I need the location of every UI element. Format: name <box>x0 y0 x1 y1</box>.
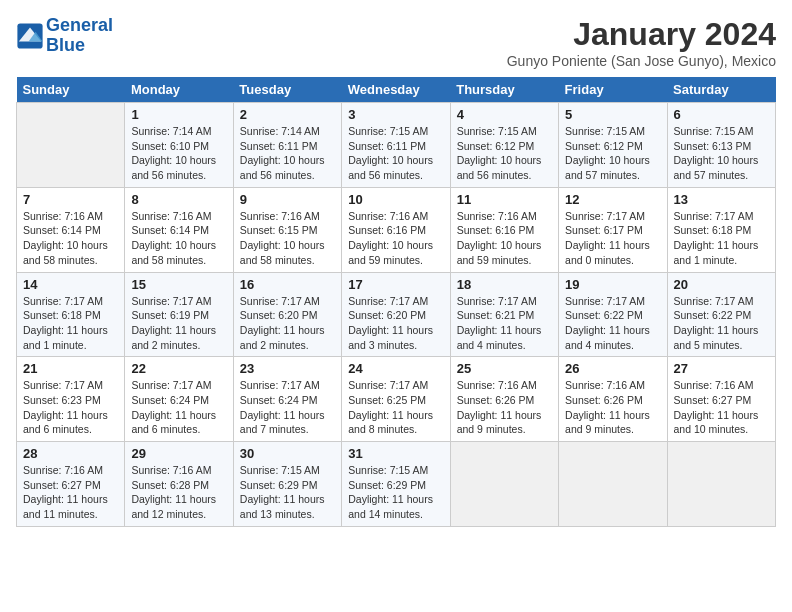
calendar-cell: 25Sunrise: 7:16 AM Sunset: 6:26 PM Dayli… <box>450 357 558 442</box>
day-number: 20 <box>674 277 769 292</box>
day-number: 14 <box>23 277 118 292</box>
calendar-cell: 12Sunrise: 7:17 AM Sunset: 6:17 PM Dayli… <box>559 187 667 272</box>
day-number: 10 <box>348 192 443 207</box>
day-info: Sunrise: 7:16 AM Sunset: 6:26 PM Dayligh… <box>457 378 552 437</box>
day-info: Sunrise: 7:16 AM Sunset: 6:16 PM Dayligh… <box>348 209 443 268</box>
calendar-cell: 1Sunrise: 7:14 AM Sunset: 6:10 PM Daylig… <box>125 103 233 188</box>
calendar-cell: 23Sunrise: 7:17 AM Sunset: 6:24 PM Dayli… <box>233 357 341 442</box>
day-info: Sunrise: 7:16 AM Sunset: 6:28 PM Dayligh… <box>131 463 226 522</box>
calendar-cell: 14Sunrise: 7:17 AM Sunset: 6:18 PM Dayli… <box>17 272 125 357</box>
day-number: 15 <box>131 277 226 292</box>
day-number: 12 <box>565 192 660 207</box>
calendar-week-row: 28Sunrise: 7:16 AM Sunset: 6:27 PM Dayli… <box>17 442 776 527</box>
day-info: Sunrise: 7:16 AM Sunset: 6:27 PM Dayligh… <box>23 463 118 522</box>
day-info: Sunrise: 7:17 AM Sunset: 6:18 PM Dayligh… <box>23 294 118 353</box>
logo-line2: Blue <box>46 35 85 55</box>
day-info: Sunrise: 7:17 AM Sunset: 6:22 PM Dayligh… <box>674 294 769 353</box>
day-number: 24 <box>348 361 443 376</box>
weekday-header-saturday: Saturday <box>667 77 775 103</box>
day-number: 27 <box>674 361 769 376</box>
weekday-header-monday: Monday <box>125 77 233 103</box>
day-info: Sunrise: 7:17 AM Sunset: 6:18 PM Dayligh… <box>674 209 769 268</box>
day-info: Sunrise: 7:17 AM Sunset: 6:20 PM Dayligh… <box>240 294 335 353</box>
day-number: 28 <box>23 446 118 461</box>
calendar-cell: 5Sunrise: 7:15 AM Sunset: 6:12 PM Daylig… <box>559 103 667 188</box>
logo-icon <box>16 22 44 50</box>
day-number: 23 <box>240 361 335 376</box>
weekday-header-row: SundayMondayTuesdayWednesdayThursdayFrid… <box>17 77 776 103</box>
calendar-week-row: 1Sunrise: 7:14 AM Sunset: 6:10 PM Daylig… <box>17 103 776 188</box>
calendar-cell: 29Sunrise: 7:16 AM Sunset: 6:28 PM Dayli… <box>125 442 233 527</box>
calendar-cell: 20Sunrise: 7:17 AM Sunset: 6:22 PM Dayli… <box>667 272 775 357</box>
day-info: Sunrise: 7:17 AM Sunset: 6:19 PM Dayligh… <box>131 294 226 353</box>
calendar-cell: 3Sunrise: 7:15 AM Sunset: 6:11 PM Daylig… <box>342 103 450 188</box>
day-number: 3 <box>348 107 443 122</box>
calendar-cell <box>667 442 775 527</box>
calendar-cell: 2Sunrise: 7:14 AM Sunset: 6:11 PM Daylig… <box>233 103 341 188</box>
day-info: Sunrise: 7:15 AM Sunset: 6:29 PM Dayligh… <box>348 463 443 522</box>
calendar-header: SundayMondayTuesdayWednesdayThursdayFrid… <box>17 77 776 103</box>
day-info: Sunrise: 7:17 AM Sunset: 6:20 PM Dayligh… <box>348 294 443 353</box>
calendar-cell: 26Sunrise: 7:16 AM Sunset: 6:26 PM Dayli… <box>559 357 667 442</box>
day-number: 29 <box>131 446 226 461</box>
logo: General Blue <box>16 16 113 56</box>
day-number: 18 <box>457 277 552 292</box>
day-info: Sunrise: 7:16 AM Sunset: 6:27 PM Dayligh… <box>674 378 769 437</box>
calendar-cell: 6Sunrise: 7:15 AM Sunset: 6:13 PM Daylig… <box>667 103 775 188</box>
calendar-cell <box>17 103 125 188</box>
day-info: Sunrise: 7:16 AM Sunset: 6:14 PM Dayligh… <box>131 209 226 268</box>
calendar-table: SundayMondayTuesdayWednesdayThursdayFrid… <box>16 77 776 527</box>
calendar-week-row: 7Sunrise: 7:16 AM Sunset: 6:14 PM Daylig… <box>17 187 776 272</box>
day-info: Sunrise: 7:14 AM Sunset: 6:11 PM Dayligh… <box>240 124 335 183</box>
day-number: 30 <box>240 446 335 461</box>
calendar-body: 1Sunrise: 7:14 AM Sunset: 6:10 PM Daylig… <box>17 103 776 527</box>
day-number: 2 <box>240 107 335 122</box>
calendar-cell: 17Sunrise: 7:17 AM Sunset: 6:20 PM Dayli… <box>342 272 450 357</box>
day-info: Sunrise: 7:17 AM Sunset: 6:17 PM Dayligh… <box>565 209 660 268</box>
calendar-cell: 10Sunrise: 7:16 AM Sunset: 6:16 PM Dayli… <box>342 187 450 272</box>
calendar-cell: 18Sunrise: 7:17 AM Sunset: 6:21 PM Dayli… <box>450 272 558 357</box>
day-number: 31 <box>348 446 443 461</box>
calendar-cell: 9Sunrise: 7:16 AM Sunset: 6:15 PM Daylig… <box>233 187 341 272</box>
day-info: Sunrise: 7:15 AM Sunset: 6:11 PM Dayligh… <box>348 124 443 183</box>
day-number: 13 <box>674 192 769 207</box>
logo-line1: General <box>46 15 113 35</box>
calendar-cell: 4Sunrise: 7:15 AM Sunset: 6:12 PM Daylig… <box>450 103 558 188</box>
calendar-week-row: 14Sunrise: 7:17 AM Sunset: 6:18 PM Dayli… <box>17 272 776 357</box>
day-info: Sunrise: 7:16 AM Sunset: 6:26 PM Dayligh… <box>565 378 660 437</box>
day-number: 9 <box>240 192 335 207</box>
day-info: Sunrise: 7:15 AM Sunset: 6:13 PM Dayligh… <box>674 124 769 183</box>
page-header: General Blue January 2024 Gunyo Poniente… <box>16 16 776 69</box>
calendar-cell: 16Sunrise: 7:17 AM Sunset: 6:20 PM Dayli… <box>233 272 341 357</box>
day-number: 16 <box>240 277 335 292</box>
day-number: 17 <box>348 277 443 292</box>
weekday-header-sunday: Sunday <box>17 77 125 103</box>
calendar-cell: 30Sunrise: 7:15 AM Sunset: 6:29 PM Dayli… <box>233 442 341 527</box>
calendar-cell: 27Sunrise: 7:16 AM Sunset: 6:27 PM Dayli… <box>667 357 775 442</box>
calendar-cell: 15Sunrise: 7:17 AM Sunset: 6:19 PM Dayli… <box>125 272 233 357</box>
day-number: 1 <box>131 107 226 122</box>
day-info: Sunrise: 7:15 AM Sunset: 6:12 PM Dayligh… <box>565 124 660 183</box>
logo-text: General Blue <box>46 16 113 56</box>
weekday-header-thursday: Thursday <box>450 77 558 103</box>
day-info: Sunrise: 7:16 AM Sunset: 6:15 PM Dayligh… <box>240 209 335 268</box>
calendar-cell: 7Sunrise: 7:16 AM Sunset: 6:14 PM Daylig… <box>17 187 125 272</box>
day-info: Sunrise: 7:17 AM Sunset: 6:22 PM Dayligh… <box>565 294 660 353</box>
day-info: Sunrise: 7:17 AM Sunset: 6:24 PM Dayligh… <box>240 378 335 437</box>
day-number: 4 <box>457 107 552 122</box>
day-info: Sunrise: 7:15 AM Sunset: 6:12 PM Dayligh… <box>457 124 552 183</box>
weekday-header-wednesday: Wednesday <box>342 77 450 103</box>
day-number: 5 <box>565 107 660 122</box>
calendar-cell <box>450 442 558 527</box>
day-info: Sunrise: 7:17 AM Sunset: 6:21 PM Dayligh… <box>457 294 552 353</box>
day-info: Sunrise: 7:17 AM Sunset: 6:25 PM Dayligh… <box>348 378 443 437</box>
day-number: 25 <box>457 361 552 376</box>
calendar-cell: 13Sunrise: 7:17 AM Sunset: 6:18 PM Dayli… <box>667 187 775 272</box>
calendar-cell: 8Sunrise: 7:16 AM Sunset: 6:14 PM Daylig… <box>125 187 233 272</box>
calendar-cell: 19Sunrise: 7:17 AM Sunset: 6:22 PM Dayli… <box>559 272 667 357</box>
location-title: Gunyo Poniente (San Jose Gunyo), Mexico <box>507 53 776 69</box>
day-number: 19 <box>565 277 660 292</box>
day-number: 21 <box>23 361 118 376</box>
day-number: 26 <box>565 361 660 376</box>
day-info: Sunrise: 7:15 AM Sunset: 6:29 PM Dayligh… <box>240 463 335 522</box>
